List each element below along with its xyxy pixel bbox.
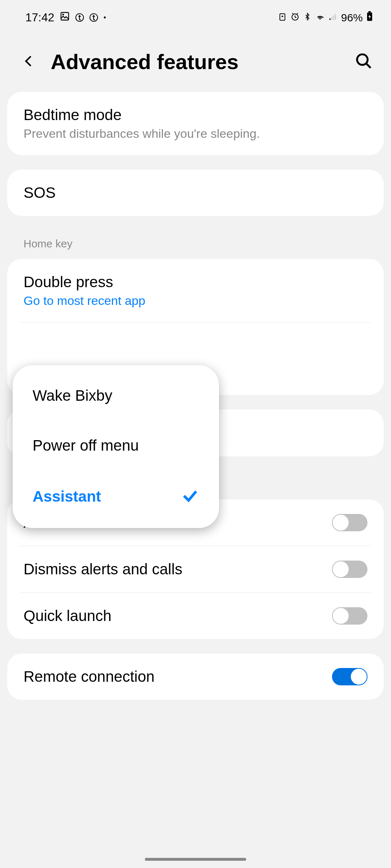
dismiss-alerts-label: Dismiss alerts and calls — [24, 561, 182, 578]
quick-launch-toggle[interactable] — [332, 607, 367, 625]
wifi-icon — [315, 12, 325, 24]
popup-label-wake-bixby: Wake Bixby — [33, 387, 112, 404]
double-press-subtitle: Go to most recent app — [24, 294, 367, 308]
sos-card[interactable]: SOS — [7, 170, 384, 216]
bedtime-card[interactable]: Bedtime mode Prevent disturbances while … — [7, 92, 384, 155]
alarm-icon — [290, 12, 300, 24]
app-icon — [278, 12, 287, 24]
popup-menu: Wake Bixby Power off menu Assistant — [13, 365, 219, 528]
answer-calls-toggle[interactable] — [332, 514, 367, 531]
signal-icon — [329, 12, 337, 24]
svg-rect-4 — [329, 18, 331, 20]
nav-indicator[interactable] — [145, 858, 246, 861]
search-icon[interactable] — [355, 52, 373, 72]
image-icon — [60, 11, 70, 24]
popup-item-wake-bixby[interactable]: Wake Bixby — [13, 371, 219, 421]
check-icon — [181, 487, 199, 506]
back-icon[interactable] — [22, 54, 36, 70]
dot-icon: • — [104, 13, 106, 22]
svg-rect-6 — [333, 16, 334, 20]
dismiss-alerts-toggle[interactable] — [332, 561, 367, 578]
battery-icon — [366, 11, 373, 24]
popup-label-assistant: Assistant — [33, 488, 101, 505]
sos-title: SOS — [24, 184, 367, 201]
popup-label-power-off: Power off menu — [33, 437, 139, 454]
battery-percent: 96% — [341, 12, 363, 24]
remote-connection-card[interactable]: Remote connection — [7, 654, 384, 700]
quick-launch-label: Quick launch — [24, 607, 112, 625]
popup-item-assistant[interactable]: Assistant — [13, 471, 219, 523]
svg-rect-0 — [61, 13, 69, 20]
header: Advanced features — [0, 31, 391, 92]
double-press-item[interactable]: Double press Go to most recent app — [20, 259, 371, 323]
svg-rect-7 — [335, 14, 336, 20]
section-header-homekey: Home key — [0, 230, 391, 259]
status-right: 96% — [278, 11, 373, 24]
bedtime-title: Bedtime mode — [24, 106, 367, 124]
remote-connection-label: Remote connection — [24, 668, 155, 685]
status-time: 17:42 — [25, 11, 54, 24]
status-left: 17:42 ⓣ ⓣ • — [25, 11, 106, 24]
bedtime-subtitle: Prevent disturbances while you're sleepi… — [24, 127, 367, 141]
remote-connection-toggle[interactable] — [332, 668, 367, 685]
svg-rect-9 — [369, 11, 371, 13]
teams-icon: ⓣ — [75, 12, 84, 24]
quick-launch-row[interactable]: Quick launch — [7, 593, 384, 639]
svg-rect-5 — [331, 17, 332, 20]
teams-icon-2: ⓣ — [89, 12, 98, 24]
popup-item-power-off[interactable]: Power off menu — [13, 421, 219, 471]
double-press-title: Double press — [24, 273, 367, 291]
dismiss-alerts-row[interactable]: Dismiss alerts and calls — [20, 546, 371, 593]
status-bar: 17:42 ⓣ ⓣ • 96% — [0, 0, 391, 31]
bluetooth-icon — [303, 12, 311, 24]
svg-point-1 — [62, 14, 64, 16]
page-title: Advanced features — [51, 50, 340, 74]
svg-point-10 — [357, 54, 367, 65]
